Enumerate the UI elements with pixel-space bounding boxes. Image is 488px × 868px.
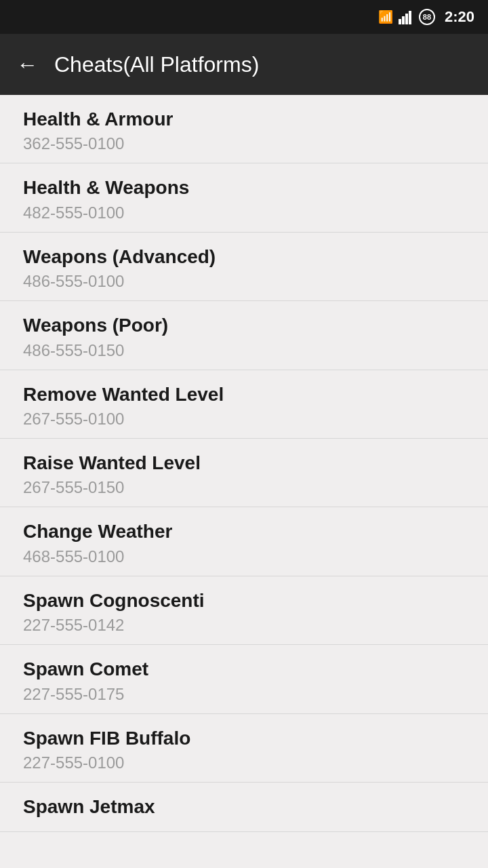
cheat-title: Spawn Comet <box>23 657 465 682</box>
status-time: 2:20 <box>445 8 474 26</box>
cheat-title: Spawn Cognoscenti <box>23 589 465 613</box>
list-item[interactable]: Remove Wanted Level267-555-0100 <box>0 370 488 439</box>
cheat-number: 267-555-0100 <box>23 410 465 429</box>
cheat-number: 267-555-0150 <box>23 478 465 497</box>
status-bar: 📶 88 2:20 <box>0 0 488 34</box>
svg-rect-0 <box>399 19 401 24</box>
cheat-number: 227-555-0142 <box>23 616 465 635</box>
wifi-icon: 📶 <box>378 9 393 24</box>
battery-level: 88 <box>423 13 431 21</box>
back-button[interactable]: ← <box>16 52 38 77</box>
cheat-number: 468-555-0100 <box>23 547 465 566</box>
cheat-title: Remove Wanted Level <box>23 382 465 407</box>
cheat-number: 362-555-0100 <box>23 134 465 153</box>
list-item[interactable]: Spawn FIB Buffalo227-555-0100 <box>0 714 488 783</box>
list-item[interactable]: Weapons (Poor)486-555-0150 <box>0 301 488 370</box>
list-item[interactable]: Spawn Comet227-555-0175 <box>0 645 488 713</box>
list-item[interactable]: Raise Wanted Level267-555-0150 <box>0 439 488 507</box>
list-item[interactable]: Weapons (Advanced)486-555-0100 <box>0 233 488 301</box>
cheat-title: Spawn Jetmax <box>23 795 465 819</box>
list-item[interactable]: Change Weather468-555-0100 <box>0 507 488 576</box>
battery-icon: 88 <box>419 9 435 25</box>
cheat-title: Change Weather <box>23 519 465 544</box>
svg-rect-1 <box>402 16 405 24</box>
svg-rect-3 <box>409 11 411 24</box>
cheat-title: Raise Wanted Level <box>23 451 465 475</box>
cheat-list: Health & Armour362-555-0100Health & Weap… <box>0 95 488 832</box>
cheat-title: Weapons (Advanced) <box>23 245 465 269</box>
cheat-title: Health & Weapons <box>23 176 465 200</box>
list-item[interactable]: Spawn Cognoscenti227-555-0142 <box>0 576 488 645</box>
page-title: Cheats(All Platforms) <box>54 52 259 77</box>
list-item[interactable]: Health & Armour362-555-0100 <box>0 95 488 163</box>
cheat-number: 486-555-0100 <box>23 272 465 291</box>
cheat-title: Weapons (Poor) <box>23 313 465 338</box>
cheat-number: 227-555-0100 <box>23 753 465 772</box>
svg-rect-2 <box>405 14 408 24</box>
cheat-number: 227-555-0175 <box>23 685 465 704</box>
cheat-number: 486-555-0150 <box>23 341 465 360</box>
signal-icon <box>399 9 413 24</box>
list-item[interactable]: Health & Weapons482-555-0100 <box>0 163 488 232</box>
cheat-number: 482-555-0100 <box>23 203 465 222</box>
list-item[interactable]: Spawn Jetmax <box>0 783 488 832</box>
cheat-title: Health & Armour <box>23 107 465 132</box>
status-icons: 📶 88 2:20 <box>378 8 474 26</box>
app-bar: ← Cheats(All Platforms) <box>0 34 488 95</box>
cheat-title: Spawn FIB Buffalo <box>23 726 465 751</box>
